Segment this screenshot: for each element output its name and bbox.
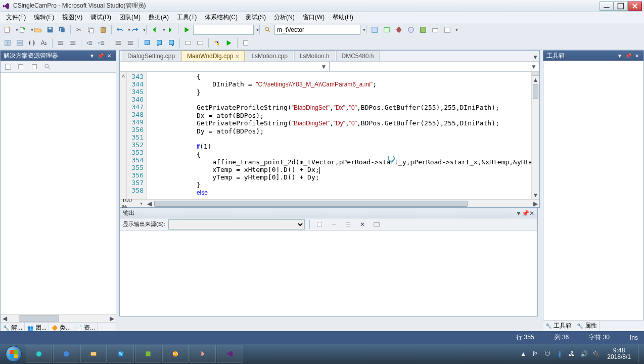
panel-dropdown-icon[interactable]: ▼ [516,210,522,217]
output-tool-1[interactable] [314,219,326,230]
menu-architecture[interactable]: 体系结构(C) [201,12,242,23]
t2-btn1[interactable] [2,37,13,49]
tab-lsmotion-h[interactable]: LsMotion.h [294,51,335,61]
new-project-button[interactable] [2,24,13,35]
panel-close-icon[interactable]: ✕ [106,52,113,59]
show-desktop-button[interactable] [638,345,642,363]
menu-test[interactable]: 测试(S) [242,12,270,23]
task-explorer[interactable] [80,345,107,363]
tray-flag-icon[interactable]: 🏳 [531,350,539,358]
toolbox-body[interactable] [543,61,643,333]
output-tool-clear[interactable]: ✕ [357,219,368,230]
menu-file[interactable]: 文件(F) [2,12,30,23]
task-vs[interactable] [217,345,243,363]
output-tool-3[interactable] [343,219,354,230]
solution-tool-3[interactable] [29,61,40,72]
panel-close-icon[interactable]: ✕ [633,52,640,59]
output-body[interactable] [120,231,537,316]
menu-view[interactable]: 视图(V) [58,12,86,23]
start-debug-button[interactable] [181,24,192,35]
toolbtn-2[interactable] [381,24,392,35]
t2-btn3[interactable] [26,37,37,49]
solution-hscrollbar[interactable]: ◀ ▶ [1,314,116,322]
tray-shield-icon[interactable]: 🛡 [543,350,551,358]
hscroll-right-icon[interactable]: ▶ [108,314,116,322]
t2-btn5[interactable] [55,37,66,49]
panel-dropdown-icon[interactable]: ▼ [616,52,623,59]
right-tab-toolbox[interactable]: 🔧工具箱 [543,321,574,331]
config-dropdown[interactable]: ▼ [255,28,257,32]
toolbtn-4[interactable] [405,24,417,35]
menu-tools[interactable]: 工具(T) [173,12,201,23]
config-combo[interactable] [193,25,254,35]
uncomment-button[interactable] [125,37,136,49]
open-file-button[interactable] [32,24,43,35]
t2-btn-run[interactable] [223,37,235,49]
find-in-files-button[interactable] [262,24,273,35]
solution-tool-4[interactable] [42,61,53,72]
hscroll-left-icon[interactable]: ◀ [145,200,153,207]
save-all-button[interactable] [57,24,68,35]
maximize-button[interactable] [614,2,628,11]
task-app1[interactable] [53,345,79,363]
solution-tool-1[interactable] [3,61,14,72]
menu-team[interactable]: 团队(M) [115,12,145,23]
start-button[interactable] [2,345,25,363]
tray-network-icon[interactable]: 🖧 [568,350,576,358]
save-button[interactable] [44,24,56,35]
panel-dropdown-icon[interactable]: ▼ [88,52,96,59]
panel-pin-icon[interactable]: 📌 [625,52,632,59]
undo-dropdown[interactable]: ▼ [126,28,128,32]
close-button[interactable] [628,2,642,11]
solution-tree[interactable]: ◀ ▶ [1,73,116,322]
task-ha[interactable]: HA [162,345,189,363]
tray-up-icon[interactable]: ▲ [519,350,527,358]
vscroll-thumb[interactable] [533,84,538,99]
tray-bluetooth-icon[interactable]: ∦ [556,350,564,358]
right-tab-properties[interactable]: 🔧属性 [574,321,600,331]
menu-data[interactable]: 数据(A) [145,12,173,23]
output-source-combo[interactable] [168,219,305,230]
vscroll-up-icon[interactable]: ▲ [532,76,539,84]
menu-edit[interactable]: 编辑(E) [30,12,58,23]
solution-tool-2[interactable] [16,61,27,72]
t2-btn2[interactable] [14,37,25,49]
panel-pin-icon[interactable]: 📌 [522,210,529,217]
output-tool-wrap[interactable] [371,219,382,230]
panel-close-icon[interactable]: ✕ [529,210,534,217]
tabs-overflow-icon[interactable]: ▼ [531,53,539,61]
t2-btn-last[interactable] [240,37,251,49]
redo-dropdown[interactable]: ▼ [142,28,144,32]
bookmark-prev-button[interactable] [154,37,165,49]
task-wps[interactable]: W [108,345,134,363]
menu-debug[interactable]: 调试(D) [86,12,115,23]
t2-btn-nav2[interactable] [195,37,206,49]
task-paint[interactable] [190,345,216,363]
bookmark-toggle-button[interactable] [142,37,153,49]
menu-help[interactable]: 帮助(H) [329,12,357,23]
editor-vscrollbar[interactable]: ▲ ▼ [531,72,539,199]
toolbtn-3[interactable] [393,24,404,35]
tab-close-icon[interactable]: ✕ [235,54,239,59]
hscroll-right-icon[interactable]: ▶ [531,200,539,207]
hscroll-thumb[interactable] [19,315,59,322]
member-combo[interactable]: ▼ [330,62,540,71]
add-dropdown[interactable]: ▼ [29,28,31,32]
menu-analyze[interactable]: 分析(N) [270,12,299,23]
hscroll-thumb[interactable] [154,201,468,207]
add-item-button[interactable] [17,24,28,35]
solution-explorer-header[interactable]: 解决方案资源管理器 ▼ 📌 ✕ [1,51,116,61]
t2-btn-step[interactable] [211,37,222,49]
tray-clock[interactable]: 9:48 2018/8/1 [604,347,634,360]
editor-hscrollbar[interactable]: ◀ ▶ [145,200,539,207]
cut-button[interactable]: ✂ [73,24,84,35]
bookmark-next-button[interactable] [166,37,177,49]
task-app2[interactable] [135,345,161,363]
code-editor[interactable]: { DIniPath = "C:\\settings\\Y03_M_A\\Cam… [147,72,531,199]
toolbtn-7[interactable] [442,24,453,35]
panel-pin-icon[interactable]: 📌 [97,52,104,59]
toolbox-header[interactable]: 工具箱 ▼ 📌 ✕ [543,51,643,61]
toolbtn-1[interactable] [369,24,380,35]
minimize-button[interactable] [600,2,614,11]
paste-button[interactable] [98,24,109,35]
